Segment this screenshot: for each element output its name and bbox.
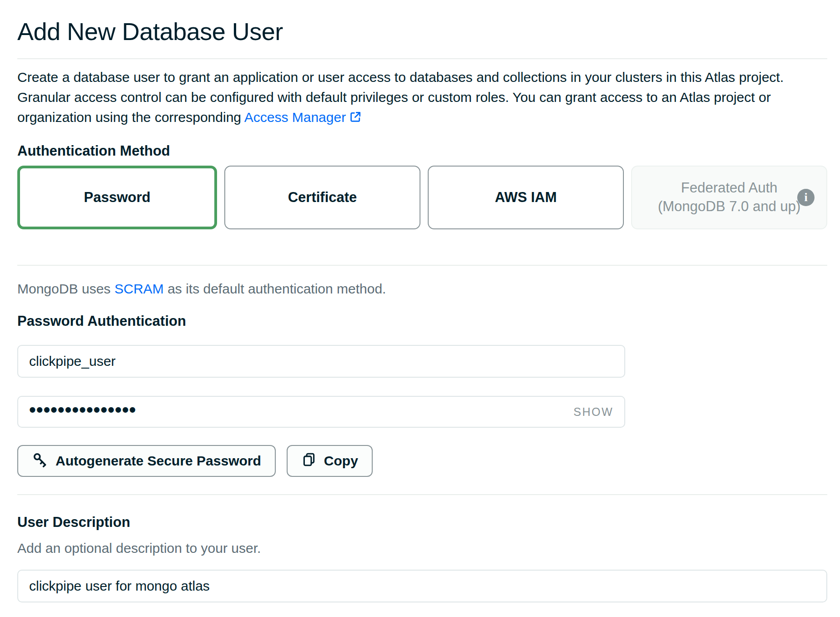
auth-method-options: Password Certificate AWS IAM Federated A… [17, 166, 827, 229]
auth-option-federated-auth: Federated Auth (MongoDB 7.0 and up) i [631, 166, 827, 229]
password-auth-heading: Password Authentication [17, 313, 827, 329]
auth-option-label: Certificate [288, 189, 357, 206]
title-divider [17, 58, 827, 59]
password-input[interactable]: ••••••••••••••• SHOW [17, 396, 625, 428]
section-divider [17, 265, 827, 266]
username-input[interactable] [17, 345, 625, 378]
password-masked-value: ••••••••••••••• [29, 394, 137, 426]
copy-password-button[interactable]: Copy [287, 445, 373, 477]
add-database-user-panel: Add New Database User Create a database … [0, 0, 840, 617]
auth-option-label: Federated Auth [681, 179, 778, 197]
user-description-hint: Add an optional description to your user… [17, 541, 827, 556]
intro-text: Create a database user to grant an appli… [17, 70, 784, 125]
user-description-heading: User Description [17, 514, 827, 531]
copy-label: Copy [324, 453, 358, 469]
external-link-icon [349, 109, 362, 129]
auth-option-label: AWS IAM [495, 189, 557, 206]
auth-option-aws-iam[interactable]: AWS IAM [428, 166, 624, 229]
intro-paragraph: Create a database user to grant an appli… [17, 67, 827, 129]
auth-option-certificate[interactable]: Certificate [224, 166, 420, 229]
page-title: Add New Database User [17, 17, 827, 46]
key-icon [32, 451, 48, 471]
autogenerate-password-button[interactable]: Autogenerate Secure Password [17, 445, 276, 477]
auth-option-password[interactable]: Password [17, 166, 217, 229]
user-description-input[interactable] [17, 570, 827, 602]
section-divider [17, 494, 827, 495]
copy-icon [301, 452, 317, 470]
auth-method-heading: Authentication Method [17, 143, 827, 159]
password-actions: Autogenerate Secure Password Copy [17, 445, 827, 477]
auth-option-label: Password [84, 189, 150, 206]
info-icon[interactable]: i [797, 189, 815, 206]
scram-link[interactable]: SCRAM [114, 281, 163, 296]
scram-note: MongoDB uses SCRAM as its default authen… [17, 281, 827, 297]
auth-option-sublabel: (MongoDB 7.0 and up) [658, 197, 801, 216]
show-password-button[interactable]: SHOW [573, 405, 613, 419]
access-manager-link[interactable]: Access Manager [244, 110, 346, 125]
autogenerate-label: Autogenerate Secure Password [56, 453, 261, 469]
